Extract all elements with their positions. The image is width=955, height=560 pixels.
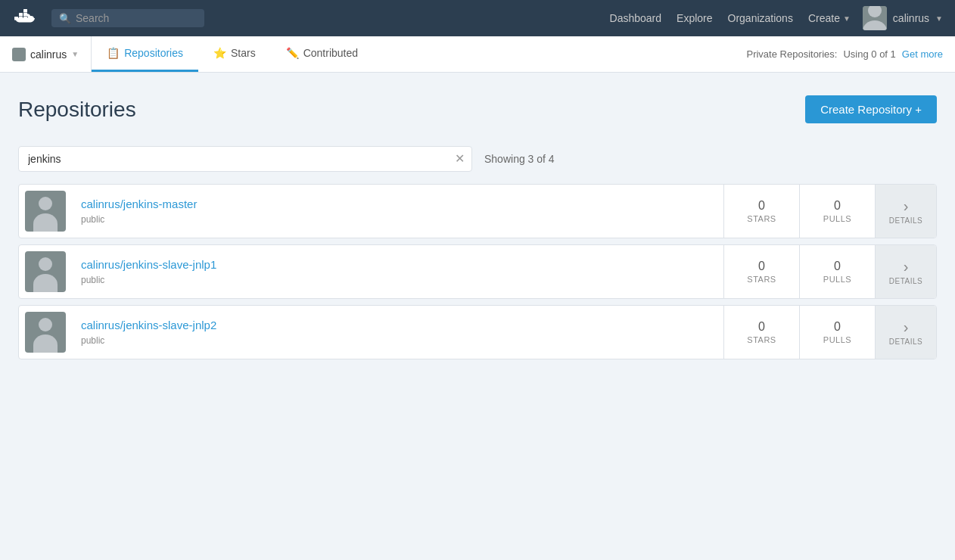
chevron-right-icon: › (904, 198, 909, 215)
details-button[interactable]: › DETAILS (876, 185, 936, 238)
create-label: Create (808, 12, 840, 24)
details-button[interactable]: › DETAILS (876, 306, 936, 359)
avatar (25, 191, 66, 232)
search-icon: 🔍 (59, 13, 71, 24)
organizations-link[interactable]: Organizations (728, 12, 793, 24)
stars-value: 0 (758, 320, 765, 334)
pulls-stat: 0 PULLS (800, 245, 876, 298)
table-row: calinrus/jenkins-slave-jnlp1 public 0 ST… (18, 244, 937, 299)
pencil-icon: ✏️ (286, 47, 299, 59)
repo-visibility: public (81, 275, 714, 285)
user-selector[interactable]: calinrus ▼ (12, 48, 79, 61)
subnav-tabs: 📋 Repositories ⭐ Stars ✏️ Contributed (92, 36, 373, 72)
repo-name-link[interactable]: calinrus/jenkins-slave-jnlp1 (81, 258, 216, 271)
search-bar[interactable]: 🔍 (51, 9, 204, 27)
repo-visibility: public (81, 335, 714, 346)
stars-stat: 0 STARS (724, 185, 800, 238)
clear-filter-button[interactable]: ✕ (455, 153, 465, 165)
repo-avatar (19, 185, 72, 238)
book-icon: 📋 (107, 47, 120, 59)
pulls-stat: 0 PULLS (800, 306, 876, 359)
subnav: calinrus ▼ 📋 Repositories ⭐ Stars ✏️ Con… (0, 36, 955, 73)
pulls-stat: 0 PULLS (800, 185, 876, 238)
stars-stat: 0 STARS (724, 306, 800, 359)
tab-repositories[interactable]: 📋 Repositories (92, 36, 198, 72)
create-menu[interactable]: Create ▼ (808, 12, 851, 24)
stars-label: STARS (747, 275, 776, 284)
stars-label: STARS (747, 214, 776, 223)
dashboard-link[interactable]: Dashboard (610, 12, 662, 24)
repo-name-link[interactable]: calinrus/jenkins-slave-jnlp2 (81, 319, 216, 331)
star-icon: ⭐ (213, 47, 226, 59)
svg-rect-4 (19, 13, 23, 17)
chevron-right-icon: › (904, 258, 909, 275)
details-label: DETAILS (889, 338, 922, 346)
main-content: Repositories Create Repository + ✕ Showi… (0, 73, 955, 382)
page-title: Repositories (18, 98, 136, 122)
user-chevron: ▼ (935, 14, 943, 23)
repo-stats: 0 STARS 0 PULLS (723, 185, 876, 238)
repo-info: calinrus/jenkins-slave-jnlp2 public (72, 306, 723, 358)
stars-value: 0 (758, 260, 765, 273)
navbar: 🔍 Dashboard Explore Organizations Create… (0, 0, 955, 36)
stars-label: STARS (747, 335, 776, 344)
repo-info: calinrus/jenkins-master public (72, 185, 723, 237)
user-menu[interactable]: calinrus ▼ (863, 6, 943, 30)
explore-link[interactable]: Explore (677, 12, 712, 24)
svg-rect-6 (23, 9, 27, 13)
search-input[interactable] (76, 12, 197, 24)
pulls-value: 0 (834, 320, 841, 334)
pulls-value: 0 (834, 199, 841, 213)
subnav-user-section: calinrus ▼ (12, 36, 92, 72)
repo-name-link[interactable]: calinrus/jenkins-master (81, 198, 197, 210)
repo-list: calinrus/jenkins-master public 0 STARS 0… (18, 184, 937, 359)
details-label: DETAILS (889, 277, 922, 285)
repo-visibility: public (81, 214, 714, 225)
docker-logo[interactable] (12, 5, 39, 32)
repo-stats: 0 STARS 0 PULLS (723, 245, 876, 298)
chevron-right-icon: › (904, 319, 909, 336)
tab-contributed[interactable]: ✏️ Contributed (271, 36, 373, 72)
showing-count: Showing 3 of 4 (484, 153, 555, 165)
details-label: DETAILS (889, 216, 922, 225)
private-repos-info: Private Repositories: Using 0 of 1 Get m… (746, 36, 943, 72)
private-repos-value: Using 0 of 1 (843, 48, 895, 60)
pulls-label: PULLS (823, 335, 851, 344)
repo-info: calinrus/jenkins-slave-jnlp1 public (72, 246, 723, 297)
pulls-value: 0 (834, 260, 841, 273)
stars-stat: 0 STARS (724, 245, 800, 298)
username-label: calinrus (893, 12, 929, 24)
table-row: calinrus/jenkins-master public 0 STARS 0… (18, 184, 937, 238)
private-repos-label: Private Repositories: (746, 48, 837, 60)
repo-avatar (19, 245, 72, 298)
avatar (25, 251, 66, 292)
tab-stars[interactable]: ⭐ Stars (198, 36, 271, 72)
user-icon (12, 48, 26, 61)
create-repository-button[interactable]: Create Repository + (805, 95, 937, 123)
avatar (863, 6, 887, 30)
create-chevron: ▼ (843, 14, 851, 23)
repo-stats: 0 STARS 0 PULLS (723, 306, 876, 359)
navbar-links: Dashboard Explore Organizations Create ▼ (610, 12, 851, 24)
filter-bar: ✕ Showing 3 of 4 (18, 146, 937, 172)
filter-input-wrapper: ✕ (18, 146, 472, 172)
pulls-label: PULLS (823, 275, 851, 284)
table-row: calinrus/jenkins-slave-jnlp2 public 0 ST… (18, 305, 937, 359)
details-button[interactable]: › DETAILS (876, 245, 936, 298)
subnav-username: calinrus (30, 48, 67, 61)
page-header: Repositories Create Repository + (18, 95, 937, 123)
filter-input[interactable] (18, 146, 472, 172)
avatar (25, 312, 66, 353)
user-selector-chevron: ▼ (71, 50, 79, 58)
get-more-link[interactable]: Get more (902, 48, 943, 60)
pulls-label: PULLS (823, 214, 851, 223)
repo-avatar (19, 306, 72, 359)
stars-value: 0 (758, 199, 765, 213)
